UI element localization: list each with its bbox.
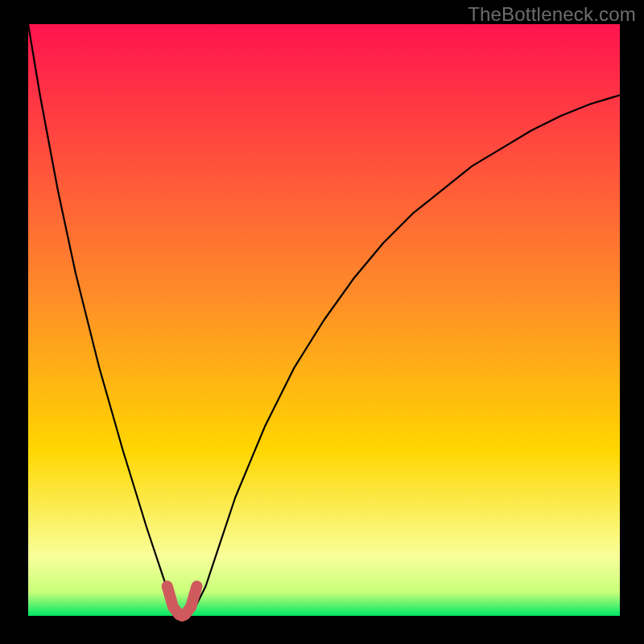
bottleneck-chart — [0, 0, 644, 644]
chart-root: TheBottleneck.com — [0, 0, 644, 644]
watermark-text: TheBottleneck.com — [468, 3, 636, 26]
